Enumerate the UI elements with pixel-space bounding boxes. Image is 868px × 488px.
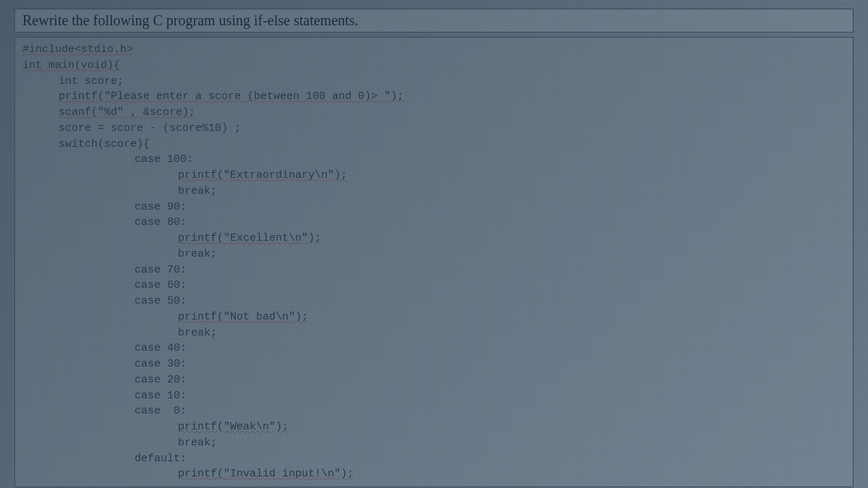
code-line-printf-invalid: printf("Invalid input!\n");	[22, 466, 846, 482]
code-line-include: #include<stdio.h>	[22, 42, 846, 58]
code-line-case10: case 10:	[22, 388, 846, 404]
code-line-printf-extra: printf("Extraordinary\n");	[22, 168, 846, 184]
document-page: Rewrite the following C program using if…	[0, 0, 868, 488]
code-line-case30: case 30:	[22, 356, 846, 372]
code-line-case40: case 40:	[22, 341, 846, 356]
code-line-default: default:	[22, 451, 846, 467]
code-line-printf-notbad: printf("Not bad\n");	[22, 309, 846, 325]
code-line-case0: case 0:	[22, 403, 846, 419]
code-line-switch: switch(score){	[22, 137, 846, 153]
code-line-score-calc: score = score - (score%10) ;	[22, 121, 846, 137]
code-line-printf-prompt: printf("Please enter a score (between 10…	[22, 89, 846, 105]
code-line-case70: case 70:	[22, 262, 846, 278]
code-line-break4: break;	[22, 435, 846, 451]
question-prompt-box: Rewrite the following C program using if…	[14, 9, 854, 33]
code-line-break3: break;	[22, 325, 846, 341]
code-line-case90: case 90:	[22, 200, 846, 215]
code-listing: #include<stdio.h> int main(void){ int sc…	[14, 37, 854, 487]
code-line-break1: break;	[22, 184, 846, 200]
code-line-decl: int score;	[22, 74, 846, 90]
code-line-case20: case 20:	[22, 372, 846, 388]
code-line-case60: case 60:	[22, 278, 846, 294]
code-line-case80: case 80:	[22, 215, 846, 231]
code-line-scanf: scanf("%d" , &score);	[22, 105, 846, 121]
code-line-break2: break;	[22, 247, 846, 262]
code-line-printf-exc: printf("Excellent\n");	[22, 231, 846, 247]
code-line-case100: case 100:	[22, 152, 846, 168]
question-prompt: Rewrite the following C program using if…	[22, 12, 358, 28]
code-line-case50: case 50:	[22, 294, 846, 309]
code-line-main: int main(void){	[22, 58, 846, 74]
code-line-printf-weak: printf("Weak\n");	[22, 419, 846, 435]
